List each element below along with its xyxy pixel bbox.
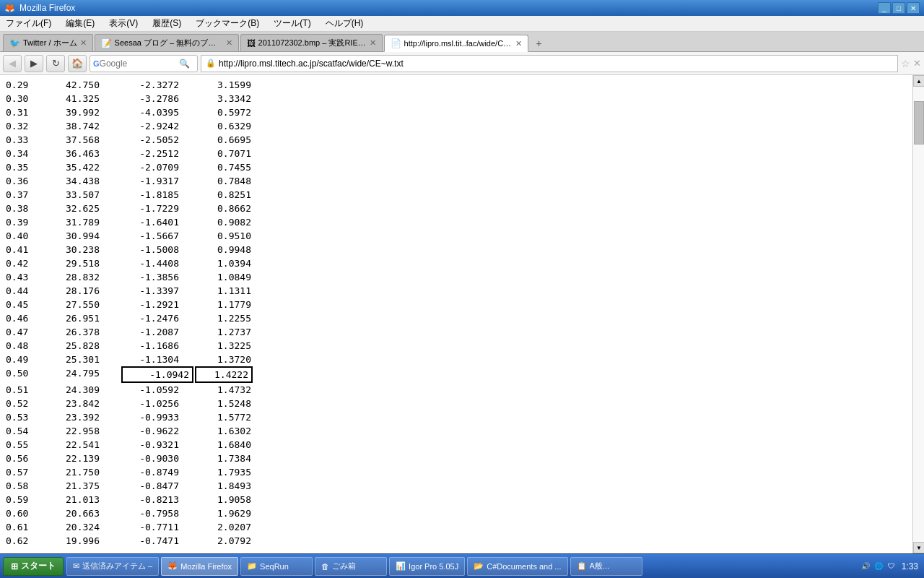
cell-col1: 30.238 <box>49 243 121 256</box>
cell-col2: -0.9321 <box>121 438 193 452</box>
search-icon[interactable]: 🔍 <box>179 59 190 69</box>
taskbar-item[interactable]: 📋A般... <box>570 557 642 576</box>
browser-tab-tab1[interactable]: 🐦 Twitter / ホーム ✕ <box>3 34 93 51</box>
cell-col2: -1.7229 <box>121 202 193 215</box>
taskbar-item[interactable]: 🦊Mozilla Firefox <box>161 557 238 576</box>
table-row: 0.52 23.842 -1.0256 1.5248 <box>6 397 907 410</box>
menu-item[interactable]: ブックマーク(B) <box>193 17 262 30</box>
minimize-button[interactable]: _ <box>878 2 891 14</box>
cell-col2: -1.0256 <box>121 397 193 410</box>
taskbar-item[interactable]: 📊Igor Pro 5.05J <box>389 557 465 576</box>
cell-col0: 0.45 <box>6 298 49 311</box>
cell-col2: -1.3856 <box>121 270 193 284</box>
table-row: 0.59 21.013 -0.8213 1.9058 <box>6 493 907 506</box>
maximize-button[interactable]: □ <box>892 2 905 14</box>
start-button[interactable]: ⊞ スタート <box>3 557 64 576</box>
cell-col3: 1.5772 <box>193 410 251 424</box>
tab-close-icon[interactable]: ✕ <box>515 39 522 48</box>
tab-favicon: 📄 <box>391 38 401 48</box>
taskbar-item[interactable]: 📂C#Documents and ... <box>467 557 567 576</box>
data-table: 0.29 42.750 -2.3272 3.1599 0.30 41.325 -… <box>0 75 912 553</box>
cell-col1: 41.325 <box>49 92 121 105</box>
close-button[interactable]: ✕ <box>907 2 920 14</box>
back-button[interactable]: ◀ <box>3 55 22 72</box>
cell-col1: 35.422 <box>49 160 121 174</box>
table-row: 0.46 26.951 -1.2476 1.2255 <box>6 311 907 325</box>
close-address-button[interactable]: ✕ <box>913 58 921 69</box>
menu-bar: ファイル(F)編集(E)表示(V)履歴(S)ブックマーク(B)ツール(T)ヘルプ… <box>0 16 924 32</box>
cell-col0: 0.37 <box>6 188 49 202</box>
tray-icon-3: 🛡 <box>886 561 897 572</box>
cell-col0: 0.43 <box>6 270 49 284</box>
address-input[interactable] <box>219 59 893 69</box>
cell-col0: 0.54 <box>6 424 49 438</box>
tab-bar: 🐦 Twitter / ホーム ✕📝 Seesaa ブログ – 無料のブログ(b… <box>0 32 924 52</box>
new-tab-button[interactable]: + <box>531 35 547 51</box>
reload-button[interactable]: ↻ <box>46 55 65 72</box>
cell-col1: 25.301 <box>49 353 121 366</box>
cell-col2: -0.8213 <box>121 493 193 506</box>
scroll-up-button[interactable]: ▲ <box>913 75 924 87</box>
cell-col3: 0.8662 <box>193 202 251 215</box>
menu-item[interactable]: ヘルプ(H) <box>323 17 367 30</box>
cell-col1: 38.742 <box>49 119 121 133</box>
cell-col0: 0.41 <box>6 243 49 256</box>
cell-col1: 27.550 <box>49 298 121 311</box>
cell-col2: -1.2476 <box>121 311 193 325</box>
menu-item[interactable]: 編集(E) <box>63 17 97 30</box>
menu-item[interactable]: ツール(T) <box>271 17 313 30</box>
tab-close-icon[interactable]: ✕ <box>80 38 87 48</box>
taskbar-item[interactable]: 🗑ごみ箱 <box>315 557 387 576</box>
home-button[interactable]: 🏠 <box>68 55 87 72</box>
cell-col2: -4.0395 <box>121 105 193 119</box>
tab-favicon: 📝 <box>101 38 112 48</box>
cell-col1: 21.013 <box>49 493 121 506</box>
browser-tab-tab2[interactable]: 📝 Seesaa ブログ – 無料のブログ(blog)サービ… ✕ <box>95 34 239 51</box>
browser-tab-tab4[interactable]: 📄 http://lipro.msl.tit..fac/wide/CE%7Ew.… <box>384 35 528 52</box>
tab-close-icon[interactable]: ✕ <box>226 38 232 48</box>
cell-col3: 0.7455 <box>193 160 251 174</box>
cell-col1: 29.518 <box>49 256 121 270</box>
menu-item[interactable]: 表示(V) <box>106 17 141 30</box>
scroll-track[interactable] <box>913 87 924 542</box>
cell-col2: -1.1304 <box>121 353 193 366</box>
cell-col0: 0.42 <box>6 256 49 270</box>
browser-tab-tab3[interactable]: 🖼 2011072302.bmp – 実践RIETAN-FPによ… ✕ <box>240 34 383 51</box>
taskbar-item[interactable]: 📁SeqRun <box>240 557 313 576</box>
cell-col1: 30.994 <box>49 229 121 243</box>
table-row: 0.62 19.996 -0.7471 2.0792 <box>6 534 907 548</box>
cell-col0: 0.55 <box>6 438 49 452</box>
search-input[interactable] <box>100 59 179 69</box>
forward-button[interactable]: ▶ <box>25 55 43 72</box>
cell-col0: 0.50 <box>6 366 49 383</box>
cell-col3: 0.7848 <box>193 174 251 188</box>
scroll-thumb[interactable] <box>914 101 924 144</box>
cell-col1: 34.438 <box>49 174 121 188</box>
menu-item[interactable]: 履歴(S) <box>149 17 184 30</box>
cell-col3: 0.9948 <box>193 243 251 256</box>
cell-col2: -0.7711 <box>121 520 193 534</box>
content-area: 0.29 42.750 -2.3272 3.1599 0.30 41.325 -… <box>0 75 924 553</box>
scroll-down-button[interactable]: ▼ <box>913 542 924 553</box>
table-row: 0.34 36.463 -2.2512 0.7071 <box>6 147 907 160</box>
cell-col3: 1.8493 <box>193 479 251 493</box>
cell-col2: -2.9242 <box>121 119 193 133</box>
cell-col1: 37.568 <box>49 133 121 147</box>
table-row: 0.40 30.994 -1.5667 0.9510 <box>6 229 907 243</box>
tab-close-icon[interactable]: ✕ <box>370 38 376 48</box>
address-bar: ◀ ▶ ↻ 🏠 G 🔍 🔒 ☆ ✕ <box>0 52 924 75</box>
table-row: 0.45 27.550 -1.2921 1.1779 <box>6 298 907 311</box>
bookmark-star-icon[interactable]: ☆ <box>901 58 910 69</box>
scrollbar[interactable]: ▲ ▼ <box>912 75 924 553</box>
cell-col3: 1.0849 <box>193 270 251 284</box>
cell-col2: -0.7471 <box>121 534 193 548</box>
taskbar-item[interactable]: ✉送信済みアイテム – <box>66 557 159 576</box>
search-box[interactable]: G 🔍 <box>90 55 198 72</box>
menu-item[interactable]: ファイル(F) <box>3 17 54 30</box>
cell-col1: 26.951 <box>49 311 121 325</box>
table-row: 0.54 22.958 -0.9622 1.6302 <box>6 424 907 438</box>
address-box[interactable]: 🔒 <box>201 55 898 72</box>
cell-col1: 42.750 <box>49 78 121 92</box>
cell-col3: 1.1779 <box>193 298 251 311</box>
cell-col2: -1.9317 <box>121 174 193 188</box>
